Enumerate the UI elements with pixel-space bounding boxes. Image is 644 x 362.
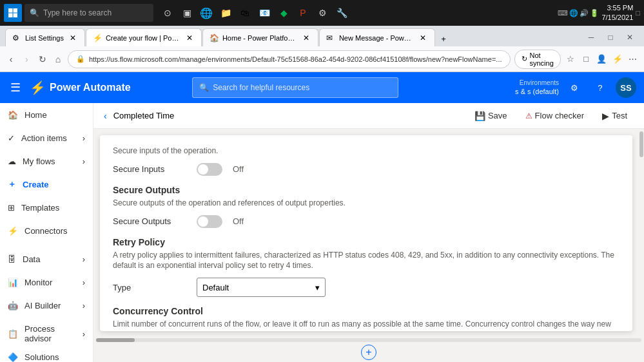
tab-close-1[interactable]: ✕	[184, 33, 195, 43]
sidebar-item-ai-builder[interactable]: 🤖 AI Builder ›	[0, 294, 93, 317]
taskbar-icon-tools[interactable]: 🔧	[333, 4, 351, 22]
chevron-icon: ›	[83, 278, 85, 287]
back-nav-button[interactable]: ‹	[5, 50, 17, 68]
browser-extensions-icon[interactable]: ⚡	[612, 50, 623, 68]
address-bar[interactable]: 🔒 https://us.flow.microsoft.com/manage/e…	[68, 50, 511, 68]
network-icon[interactable]: 🌐	[569, 9, 578, 17]
sidebar-item-my-flows[interactable]: ☁ My flows ›	[0, 149, 93, 173]
new-tab-button[interactable]: +	[436, 31, 451, 46]
taskbar-icon-search[interactable]: ⊙	[159, 4, 177, 22]
secure-inputs-field: Secure Inputs Off	[113, 163, 620, 176]
tab-favicon-1: ⚡	[93, 33, 102, 43]
save-button[interactable]: 💾 Save	[468, 108, 514, 124]
chevron-icon: ›	[83, 133, 85, 143]
taskbar-icon-explorer[interactable]: 📁	[217, 4, 235, 22]
panel-container: Secure inputs of the operation. Secure I…	[93, 129, 644, 338]
help-icon-button[interactable]: ?	[590, 77, 610, 98]
sidebar-item-action-items[interactable]: ✓ Action items ›	[0, 126, 93, 149]
battery-icon: 🔋	[590, 9, 599, 17]
browser-tab-1[interactable]: ⚡ Create your flow | Power Autom... ✕	[86, 28, 202, 46]
tab-favicon-3: ✉	[326, 33, 335, 43]
tab-close-2[interactable]: ✕	[301, 33, 311, 43]
taskbar-icon-powerpoint[interactable]: P	[294, 4, 312, 22]
search-placeholder: Search for helpful resources	[213, 83, 309, 92]
content-area: 🏠 Home ✓ Action items › ☁ My flows › ＋ C…	[0, 103, 644, 362]
solutions-icon: 🔷	[8, 352, 18, 362]
tab-close-3[interactable]: ✕	[418, 33, 428, 43]
settings-icon-button[interactable]: ⚙	[564, 77, 585, 98]
power-automate-logo-icon: ⚡	[30, 80, 46, 95]
taskbar-icon-edge[interactable]: 🌐	[197, 4, 215, 22]
taskbar-clock: 3:55 PM 7/15/2021	[601, 3, 633, 23]
sidebar-item-create[interactable]: ＋ Create	[0, 173, 93, 196]
taskbar-icon-store[interactable]: 🛍	[236, 4, 254, 22]
browser-menu-icon[interactable]: ⋯	[627, 50, 639, 68]
environment-selector[interactable]: Environments s & s (default)	[515, 79, 559, 96]
secure-inputs-toggle[interactable]	[197, 163, 222, 176]
minimize-button[interactable]: ─	[582, 28, 600, 46]
templates-icon: ⊞	[8, 203, 15, 213]
refresh-button[interactable]: ↻	[37, 50, 48, 68]
toolbar-right: 💾 Save ⚠ Flow checker ▶ Test	[468, 108, 634, 124]
flow-checker-button[interactable]: ⚠ Flow checker	[519, 108, 591, 123]
taskbar-pinned-icons: ⊙ ▣ 🌐 📁 🛍 📧 ◆ P ⚙ 🔧	[159, 4, 351, 22]
browser-account-icon[interactable]: 👤	[596, 50, 607, 68]
horizontal-scrollbar-area	[93, 338, 644, 343]
tab-close-0[interactable]: ✕	[68, 33, 78, 43]
browser-tab-0[interactable]: ⚙ List Settings ✕	[5, 28, 85, 46]
volume-icon[interactable]: 🔊	[580, 9, 589, 17]
taskbar-icon-greenapp[interactable]: ◆	[275, 4, 293, 22]
browser-bookmark-icon[interactable]: ☆	[565, 50, 576, 68]
sidebar-item-monitor[interactable]: 📊 Monitor ›	[0, 271, 93, 294]
retry-type-dropdown[interactable]: Default ▾	[197, 278, 326, 297]
taskbar-icon-settings[interactable]: ⚙	[313, 4, 331, 22]
chevron-icon: ›	[83, 301, 85, 310]
browser-tab-3[interactable]: ✉ New Message - Power Platform -... ✕	[319, 28, 435, 46]
windows-start-button[interactable]	[4, 4, 22, 22]
add-step-button[interactable]: +	[361, 345, 376, 360]
save-icon: 💾	[474, 111, 485, 121]
taskbar-icon-task[interactable]: ▣	[178, 4, 196, 22]
tab-favicon-2: 🏠	[210, 33, 219, 43]
chevron-icon: ›	[83, 254, 85, 264]
test-button[interactable]: ▶ Test	[596, 108, 634, 124]
hamburger-menu[interactable]: ☰	[8, 78, 23, 97]
taskbar-icon-mail[interactable]: 📧	[255, 4, 273, 22]
user-avatar[interactable]: SS	[616, 77, 636, 98]
sidebar-item-connectors[interactable]: ⚡ Connectors	[0, 219, 93, 242]
secure-outputs-toggle[interactable]	[197, 215, 222, 228]
lock-icon: 🔒	[76, 55, 85, 63]
sidebar-item-process-advisor[interactable]: 📋 Process advisor ›	[0, 322, 93, 345]
sidebar-item-templates[interactable]: ⊞ Templates	[0, 196, 93, 219]
test-icon: ▶	[602, 111, 609, 121]
scrollbar-thumb[interactable]	[639, 131, 643, 157]
forward-nav-button[interactable]: ›	[21, 50, 32, 68]
browser: ⚙ List Settings ✕ ⚡ Create your flow | P…	[0, 26, 644, 362]
syncing-button[interactable]: ↻ Not syncing	[514, 50, 561, 69]
sidebar-item-solutions[interactable]: 🔷 Solutions	[0, 345, 93, 362]
home-nav-button[interactable]: ⌂	[52, 50, 64, 68]
secure-inputs-section: Secure inputs of the operation. Secure I…	[113, 146, 620, 176]
h-scrollbar-thumb[interactable]	[96, 338, 135, 342]
sidebar-item-home[interactable]: 🏠 Home	[0, 103, 93, 126]
browser-tab-2[interactable]: 🏠 Home - Power Platform Commu... ✕	[202, 28, 318, 46]
process-icon: 📋	[8, 329, 18, 339]
maximize-button[interactable]: □	[601, 28, 620, 46]
page-title: Completed Time	[113, 111, 175, 120]
keyboard-icon: ⌨	[558, 9, 568, 17]
vertical-scrollbar[interactable]	[639, 129, 644, 338]
app-search-box[interactable]: 🔍 Search for helpful resources	[192, 77, 398, 98]
taskbar-search[interactable]: 🔍 Type here to search	[24, 4, 153, 22]
browser-collections-icon[interactable]: □	[580, 50, 592, 68]
bottom-bar: +	[93, 343, 644, 362]
notification-icon[interactable]: □	[636, 9, 640, 17]
browser-toolbar: ‹ › ↻ ⌂ 🔒 https://us.flow.microsoft.com/…	[0, 46, 644, 72]
home-icon: 🏠	[8, 110, 18, 120]
app-logo: ⚡ Power Automate	[30, 80, 131, 95]
close-button[interactable]: ✕	[621, 28, 639, 46]
sidebar-item-data[interactable]: 🗄 Data ›	[0, 247, 93, 271]
horizontal-scrollbar[interactable]	[96, 338, 641, 342]
concurrency-section: Concurrency Control Limit number of conc…	[113, 306, 620, 331]
back-button[interactable]: ‹	[104, 111, 107, 121]
taskbar: 🔍 Type here to search ⊙ ▣ 🌐 📁 🛍 📧 ◆ P ⚙ …	[0, 0, 644, 26]
